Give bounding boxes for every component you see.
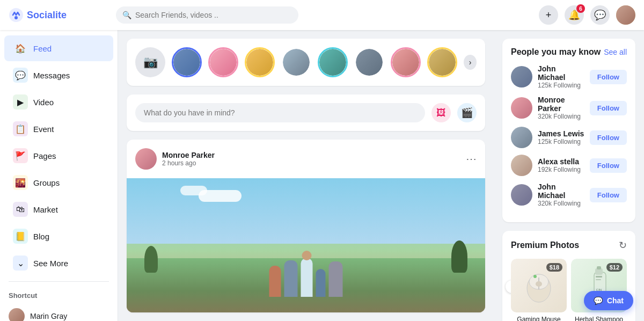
logo-icon [9, 8, 24, 23]
story-item[interactable] [281, 47, 311, 77]
shortcut-marin[interactable]: Marin Gray [0, 304, 118, 321]
nav-item-seemore[interactable]: ⌄See More [4, 250, 113, 276]
nav-item-blog[interactable]: 📒Blog [4, 223, 113, 249]
premium-widget-header: Premium Photos ↻ [511, 239, 627, 251]
nav-icon-groups: 🌇 [13, 175, 28, 190]
nav-item-pages[interactable]: 🚩Pages [4, 143, 113, 169]
nav-item-market[interactable]: 🛍Market [4, 196, 113, 222]
people-widget-title: People you may know [511, 47, 601, 57]
people-info-alexas: Alexa stella 192k Following [538, 157, 584, 173]
shortcut-label: Shortcut [0, 287, 118, 304]
people-name-john1: John Michael [538, 64, 584, 82]
header: Socialite 🔍 + 🔔 6 💬 [0, 0, 644, 30]
refresh-button[interactable]: ↻ [619, 239, 627, 251]
people-info-james: James Lewis 125k Following [538, 129, 584, 145]
nav-icon-messages: 💬 [13, 68, 28, 83]
nav-label-pages: Pages [33, 151, 56, 160]
people-item-john1: John Michael 125k Following Follow [511, 64, 627, 89]
story-item[interactable] [354, 47, 384, 77]
people-name-james: James Lewis [538, 129, 584, 138]
follow-btn-john1[interactable]: Follow [590, 70, 627, 84]
chat-button[interactable]: 💬 Chat [584, 291, 633, 310]
svg-point-6 [533, 275, 537, 278]
user-avatar[interactable] [616, 5, 635, 25]
people-name-john2: John Michael [538, 183, 584, 200]
people-widget-header: People you may know See all [511, 47, 627, 57]
people-followers-john1: 125k Following [538, 82, 584, 89]
post-card: Monroe Parker 2 hours ago ⋯ [127, 140, 485, 312]
nav-item-messages[interactable]: 💬Messages [4, 62, 113, 88]
composer-input[interactable] [135, 103, 425, 122]
story-next-button[interactable]: › [464, 55, 477, 70]
nav-label-feed: Feed [33, 44, 52, 53]
follow-btn-john2[interactable]: Follow [590, 188, 627, 202]
right-sidebar: People you may know See all John Michael… [494, 30, 644, 321]
nav-label-groups: Groups [33, 178, 60, 187]
people-info-john2: John Michael 320k Following [538, 183, 584, 207]
nav-icon-event: 📋 [13, 121, 28, 136]
mouse-label: Gaming Mouse [511, 316, 567, 321]
post-image-bg [127, 178, 485, 312]
feed-area: 📷 › 🖼 🎬 [118, 30, 494, 321]
people-avatar-john2 [511, 184, 532, 206]
people-name-alexas: Alexa stella [538, 157, 584, 166]
story-add-button[interactable]: 📷 [135, 47, 165, 77]
premium-item-shampoo[interactable]: CIN $12 Herbal Shampoo [571, 259, 627, 321]
svg-point-1 [14, 16, 18, 19]
story-item[interactable] [172, 47, 202, 77]
post-author-name: Monroe Parker [162, 151, 215, 159]
premium-item-mouse[interactable]: $18 Gaming Mouse [511, 259, 567, 321]
stories-container: 📷 › [127, 39, 485, 86]
follow-btn-monroe[interactable]: Follow [590, 101, 627, 115]
post-meta: Monroe Parker 2 hours ago [162, 151, 215, 167]
people-item-alexas: Alexa stella 192k Following Follow [511, 155, 627, 176]
nav-icon-pages: 🚩 [13, 148, 28, 163]
story-item[interactable] [318, 47, 348, 77]
nav-item-groups[interactable]: 🌇Groups [4, 170, 113, 195]
post-time: 2 hours ago [162, 159, 215, 167]
people-info-john1: John Michael 125k Following [538, 64, 584, 89]
notifications-button[interactable]: 🔔 6 [565, 5, 584, 25]
post-composer: 🖼 🎬 [127, 94, 485, 131]
people-list: John Michael 125k Following Follow Monro… [511, 64, 627, 207]
svg-rect-9 [597, 266, 601, 269]
nav-label-seemore: See More [33, 259, 68, 268]
people-item-monroe: Monroe Parker 320k Following Follow [511, 96, 627, 120]
search-bar[interactable]: 🔍 [116, 6, 298, 24]
photo-button[interactable]: 🖼 [431, 103, 451, 122]
nav-icon-seemore: ⌄ [13, 256, 28, 271]
people-followers-james: 125k Following [538, 138, 584, 145]
app-name: Socialite [27, 10, 67, 21]
nav-label-event: Event [33, 125, 54, 134]
post-header: Monroe Parker 2 hours ago ⋯ [127, 140, 485, 178]
main-layout: 🏠Feed💬Messages▶Video📋Event🚩Pages🌇Groups🛍… [0, 30, 644, 321]
see-all-link[interactable]: See all [604, 48, 627, 56]
people-widget: People you may know See all John Michael… [502, 39, 635, 222]
nav-label-blog: Blog [33, 232, 49, 241]
nav-label-market: Market [33, 205, 58, 214]
video-button[interactable]: 🎬 [457, 103, 477, 122]
add-button[interactable]: + [539, 5, 558, 25]
chat-icon: 💬 [594, 296, 603, 305]
nav-item-event[interactable]: 📋Event [4, 116, 113, 142]
shortcut-avatar-marin [9, 308, 25, 321]
story-item[interactable] [427, 47, 457, 77]
story-item[interactable] [245, 47, 275, 77]
premium-title: Premium Photos [511, 240, 579, 250]
svg-point-5 [536, 281, 542, 287]
follow-btn-alexas[interactable]: Follow [590, 158, 627, 173]
story-item[interactable] [391, 47, 421, 77]
mouse-price: $18 [546, 263, 562, 272]
search-input[interactable] [116, 6, 298, 24]
post-more-button[interactable]: ⋯ [466, 152, 477, 165]
nav-item-video[interactable]: ▶Video [4, 89, 113, 115]
story-item[interactable] [208, 47, 238, 77]
people-avatar-james [511, 127, 532, 148]
people-item-john2: John Michael 320k Following Follow [511, 183, 627, 207]
post-image [127, 178, 485, 312]
follow-btn-james[interactable]: Follow [590, 130, 627, 145]
nav-item-feed[interactable]: 🏠Feed [4, 35, 113, 61]
shortcut-name-marin: Marin Gray [30, 312, 67, 320]
search-icon: 🔍 [122, 11, 131, 19]
messages-button[interactable]: 💬 [590, 5, 610, 25]
